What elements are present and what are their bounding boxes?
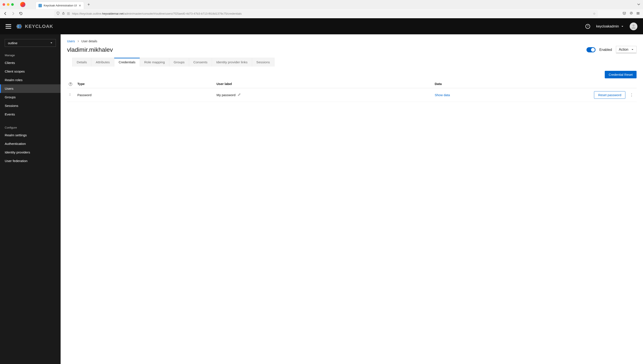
sidebar-item-events[interactable]: Events <box>0 110 61 119</box>
reset-password-button[interactable]: Reset password <box>594 91 625 99</box>
edit-label-icon[interactable] <box>238 93 241 97</box>
svg-point-4 <box>632 24 635 26</box>
action-dropdown[interactable]: Action <box>616 46 636 53</box>
realm-name: outline <box>8 41 18 45</box>
app-menu-icon[interactable] <box>636 12 640 16</box>
tab-details[interactable]: Details <box>72 58 91 66</box>
drag-handle-icon[interactable]: ⠿ <box>67 88 76 102</box>
tab-attributes[interactable]: Attributes <box>91 58 114 66</box>
sidebar: outline Manage ClientsClient scopesRealm… <box>0 34 61 364</box>
avatar[interactable] <box>630 22 637 30</box>
browser-chrome: Keycloak Administration UI ✕ + ⚿ https: <box>0 0 643 18</box>
tab-identity-provider-links[interactable]: Identity provider links <box>212 58 252 66</box>
window-controls <box>3 3 14 6</box>
table-row: ⠿PasswordMy passwordShow dataReset passw… <box>67 88 636 102</box>
breadcrumb-users-link[interactable]: Users <box>67 40 75 43</box>
bookmark-icon[interactable]: ☆ <box>593 12 596 15</box>
caret-down-icon <box>50 42 53 44</box>
tab-close-icon[interactable]: ✕ <box>79 4 81 7</box>
tab-title: Keycloak Administration UI <box>44 4 77 7</box>
user-icon <box>631 24 636 29</box>
caret-down-icon <box>621 25 624 28</box>
sidebar-item-users[interactable]: Users <box>0 84 61 93</box>
help-icon[interactable]: ? <box>585 24 590 29</box>
credential-reset-button[interactable]: Credential Reset <box>605 71 636 78</box>
row-kebab-icon[interactable]: ⋮ <box>628 92 635 97</box>
tabs-overflow-icon[interactable] <box>637 2 640 7</box>
section-manage-label: Manage <box>0 51 61 58</box>
sidebar-item-sessions[interactable]: Sessions <box>0 102 61 110</box>
extensions-icon[interactable] <box>629 12 633 16</box>
section-configure-label: Configure <box>0 123 61 131</box>
window-maximize-icon[interactable] <box>11 3 14 6</box>
sidebar-item-user-federation[interactable]: User federation <box>0 157 61 165</box>
tab-sessions[interactable]: Sessions <box>252 58 274 66</box>
realm-selector[interactable]: outline <box>5 39 56 47</box>
th-type: Type <box>76 80 215 88</box>
cell-type: Password <box>76 88 215 102</box>
sidebar-item-authentication[interactable]: Authentication <box>0 140 61 148</box>
shield-icon <box>56 12 60 16</box>
firefox-icon <box>20 2 25 7</box>
page-title: vladimir.mikhalev <box>67 46 113 53</box>
browser-tab[interactable]: Keycloak Administration UI ✕ <box>36 2 84 9</box>
favicon-icon <box>39 4 42 7</box>
back-button[interactable] <box>3 11 8 16</box>
breadcrumb: Users User details <box>67 40 636 43</box>
toolbar-right <box>622 12 640 16</box>
tab-consents[interactable]: Consents <box>189 58 212 66</box>
main-content: Users User details vladimir.mikhalev Ena… <box>61 34 643 364</box>
svg-rect-0 <box>63 13 64 14</box>
svg-marker-1 <box>16 24 22 28</box>
lock-icon <box>62 12 65 16</box>
cell-user-label: My password <box>215 88 433 102</box>
credentials-table: ? Type User label Data ⠿PasswordMy passw… <box>67 80 636 102</box>
caret-down-icon <box>631 48 633 51</box>
sidebar-item-client-scopes[interactable]: Client scopes <box>0 67 61 76</box>
tab-role-mapping[interactable]: Role mapping <box>140 58 169 66</box>
th-data: Data <box>433 80 581 88</box>
pocket-icon[interactable] <box>622 12 626 16</box>
reload-button[interactable] <box>19 11 23 16</box>
url-suffix: /admin/master/console/#/outline/users/7f… <box>123 12 242 15</box>
user-menu[interactable]: keycloakadmin <box>596 24 624 28</box>
help-icon[interactable]: ? <box>69 82 72 86</box>
th-user-label: User label <box>215 80 433 88</box>
window-close-icon[interactable] <box>3 3 5 6</box>
url-host: heyvaldemar.net <box>102 12 123 15</box>
key-icon: ⚿ <box>67 12 70 15</box>
address-bar[interactable]: ⚿ https://keycloak.outline.heyvaldemar.n… <box>54 10 598 17</box>
brand-text: KEYCLOAK <box>25 24 53 29</box>
enabled-toggle[interactable] <box>586 47 595 52</box>
sidebar-item-identity-providers[interactable]: Identity providers <box>0 148 61 157</box>
url-prefix: https://keycloak.outline. <box>72 12 102 15</box>
sidebar-toggle-button[interactable] <box>6 24 11 28</box>
address-row: ⚿ https://keycloak.outline.heyvaldemar.n… <box>0 9 643 18</box>
app-header: KEYCLOAK ? keycloakadmin <box>0 18 643 34</box>
sidebar-item-clients[interactable]: Clients <box>0 58 61 67</box>
username-label: keycloakadmin <box>596 24 619 28</box>
enabled-label: Enabled <box>599 48 612 52</box>
action-label: Action <box>619 48 628 52</box>
tab-groups[interactable]: Groups <box>169 58 189 66</box>
breadcrumb-current: User details <box>81 40 97 43</box>
tabs: DetailsAttributesCredentialsRole mapping… <box>72 58 636 66</box>
chevron-right-icon <box>77 40 79 43</box>
forward-button[interactable] <box>11 11 16 16</box>
url-text: https://keycloak.outline.heyvaldemar.net… <box>72 12 242 15</box>
tab-strip: Keycloak Administration UI ✕ + <box>0 0 643 9</box>
sidebar-item-realm-settings[interactable]: Realm settings <box>0 131 61 140</box>
window-minimize-icon[interactable] <box>7 3 10 6</box>
new-tab-button[interactable]: + <box>87 2 90 7</box>
sidebar-item-groups[interactable]: Groups <box>0 93 61 102</box>
tab-credentials[interactable]: Credentials <box>114 58 140 66</box>
sidebar-item-realm-roles[interactable]: Realm roles <box>0 76 61 84</box>
keycloak-mark-icon <box>16 23 23 30</box>
show-data-link[interactable]: Show data <box>435 93 450 97</box>
brand-logo[interactable]: KEYCLOAK <box>16 23 53 30</box>
